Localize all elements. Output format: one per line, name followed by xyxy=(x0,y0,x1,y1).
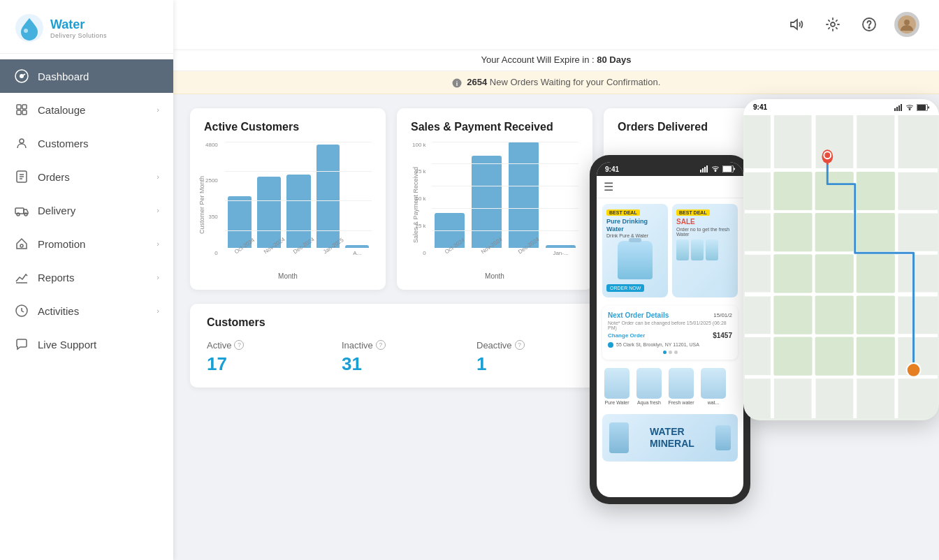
stat-inactive: Inactive ? 31 xyxy=(342,340,476,375)
svg-point-21 xyxy=(831,22,835,27)
activities-icon xyxy=(14,303,29,318)
topbar xyxy=(173,0,939,49)
map-signal-icon xyxy=(894,104,903,111)
svg-rect-59 xyxy=(815,213,854,251)
location-row: 55 Clark St, Brooklyn, NY 11201, USA xyxy=(608,342,732,348)
catalogue-icon xyxy=(14,102,29,117)
map-svg xyxy=(743,115,939,418)
expire-banner: Your Account Will Expire in : 80 Days xyxy=(173,49,939,71)
sidebar-item-reports[interactable]: Reports › xyxy=(0,260,173,294)
route-start-pin xyxy=(907,363,921,377)
avatar[interactable] xyxy=(894,12,919,37)
change-order-link[interactable]: Change Order xyxy=(608,332,645,339)
bottle-img xyxy=(706,240,718,260)
stat-inactive-label: Inactive ? xyxy=(342,340,460,351)
product-label-4: wat... xyxy=(708,400,720,406)
bottle-group xyxy=(676,240,734,260)
sidebar-item-label-dashboard: Dashboard xyxy=(38,71,159,82)
product-item-3: Fresh water xyxy=(667,368,696,406)
product-item-2: Aqua fresh xyxy=(634,368,664,406)
active-customers-chart: Customer Per Month 4800 2500 xyxy=(204,142,372,281)
svg-rect-38 xyxy=(898,105,900,111)
sidebar-item-delivery[interactable]: Delivery › xyxy=(0,193,173,227)
stat-active-label: Active ? xyxy=(207,340,325,351)
sidebar-item-activities[interactable]: Activities › xyxy=(0,294,173,327)
chevron-right-icon-promotion: › xyxy=(156,240,159,248)
svg-point-15 xyxy=(17,213,20,216)
next-order-section: Next Order Details 15/01/2 Note* Order c… xyxy=(602,306,738,360)
svg-rect-55 xyxy=(773,172,812,210)
active-customers-card: Active Customers Customer Per Month xyxy=(190,108,386,290)
phone-time: 9:41 xyxy=(605,165,619,173)
water-mineral-text: WATER MINERAL xyxy=(650,426,694,450)
hamburger-icon: ☰ xyxy=(604,180,613,193)
sidebar-item-live-support[interactable]: Live Support xyxy=(0,327,173,361)
help-icon[interactable] xyxy=(858,13,880,36)
reports-icon xyxy=(14,270,29,285)
product-label-1: Pure Water xyxy=(604,400,629,406)
promo-badge-2: BEST DEAL xyxy=(676,209,710,216)
svg-point-17 xyxy=(20,244,23,247)
products-grid: Pure Water Aqua fresh Fresh water wat... xyxy=(597,362,743,411)
svg-rect-57 xyxy=(857,172,895,210)
map-status-icons xyxy=(894,104,929,111)
volume-icon[interactable] xyxy=(785,13,808,36)
svg-point-23 xyxy=(868,27,870,29)
svg-rect-35 xyxy=(734,168,735,170)
sidebar-item-label-activities: Activities xyxy=(38,305,148,317)
svg-rect-8 xyxy=(22,110,27,115)
settings-icon[interactable] xyxy=(822,13,844,36)
sidebar-item-dashboard[interactable]: Dashboard xyxy=(0,59,173,93)
sidebar: Water Delivery Solutions Dashboard Catal… xyxy=(0,0,173,560)
deactive-help-icon[interactable]: ? xyxy=(515,340,525,350)
expire-text: Your Account Will Expire in : xyxy=(481,54,597,65)
mineral-bottle-right xyxy=(715,425,731,450)
chevron-right-icon-reports: › xyxy=(156,273,159,281)
product-bottle-4 xyxy=(701,368,726,399)
promo-btn-1[interactable]: ORDER NOW xyxy=(606,284,644,292)
svg-rect-62 xyxy=(815,254,854,293)
sidebar-item-customers[interactable]: Customers xyxy=(0,126,173,160)
phone-app-header: ☰ xyxy=(597,176,743,198)
next-order-footer: Change Order $1457 xyxy=(608,332,732,339)
next-order-title: Next Order Details xyxy=(608,311,669,319)
svg-rect-30 xyxy=(704,167,706,172)
sidebar-item-label-live-support: Live Support xyxy=(38,339,159,351)
svg-point-16 xyxy=(24,213,27,216)
svg-rect-5 xyxy=(17,105,21,109)
svg-text:i: i xyxy=(456,80,458,87)
stat-active-value: 17 xyxy=(207,353,325,375)
svg-rect-28 xyxy=(700,170,701,172)
sidebar-item-label-catalogue: Catalouge xyxy=(38,104,148,116)
expire-highlight: 80 Days xyxy=(597,54,631,65)
stat-inactive-value: 31 xyxy=(342,353,460,375)
battery-icon xyxy=(722,165,735,172)
orders-count: 2654 xyxy=(467,77,487,87)
svg-rect-39 xyxy=(901,104,902,111)
orders-banner: i 2654 New Orders Waiting for your Confi… xyxy=(173,71,939,94)
live-support-icon xyxy=(14,337,29,352)
product-item-1: Pure Water xyxy=(602,368,632,406)
sales-payment-title: Sales & Payment Received xyxy=(411,121,578,133)
sidebar-nav: Dashboard Catalouge › Customers Orders › xyxy=(0,54,173,560)
svg-rect-7 xyxy=(17,110,21,115)
active-help-icon[interactable]: ? xyxy=(234,340,244,350)
chevron-right-icon-delivery: › xyxy=(156,206,159,214)
signal-icon xyxy=(700,165,708,172)
dot-3 xyxy=(674,351,678,354)
next-order-note: Note* Order can be changed before 15/01/… xyxy=(608,320,732,330)
sidebar-item-label-orders: Orders xyxy=(38,171,148,183)
sidebar-item-orders[interactable]: Orders › xyxy=(0,160,173,193)
inactive-help-icon[interactable]: ? xyxy=(376,340,386,350)
sidebar-item-promotion[interactable]: Promotion › xyxy=(0,227,173,260)
map-wifi-icon xyxy=(905,105,914,110)
svg-rect-61 xyxy=(773,254,812,293)
chevron-right-icon: › xyxy=(156,105,159,114)
delivery-icon xyxy=(14,202,29,218)
product-bottle-2 xyxy=(636,368,662,399)
map-content xyxy=(743,115,939,418)
active-customers-y-label: Customer Per Month xyxy=(198,149,205,260)
dot-2 xyxy=(669,351,672,354)
sidebar-item-catalogue[interactable]: Catalouge › xyxy=(0,93,173,126)
map-mockup: 9:41 xyxy=(743,99,939,420)
